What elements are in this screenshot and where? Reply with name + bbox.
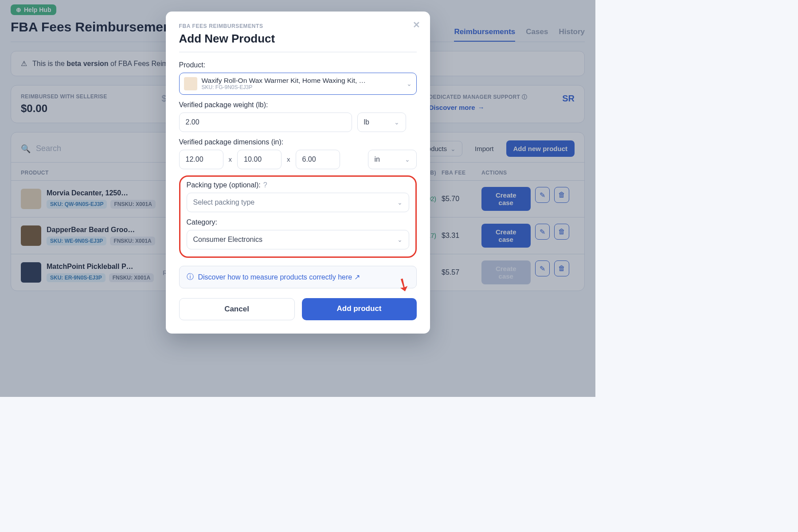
close-button[interactable]: ✕	[413, 19, 420, 30]
dim-width-input[interactable]: 10.00	[237, 150, 282, 169]
category-label: Category:	[187, 218, 409, 226]
chevron-down-icon: ⌄	[397, 236, 403, 243]
external-link-icon: ↗	[354, 273, 360, 281]
category-select[interactable]: Consumer Electronics ⌄	[187, 230, 409, 249]
selected-product-sku: SKU: FG-9N0S-EJ3P	[202, 85, 366, 91]
packing-label: Packing type (optional): ?	[187, 181, 409, 189]
category-value: Consumer Electronics	[193, 236, 263, 244]
weight-input[interactable]: 2.00	[179, 113, 352, 132]
selected-product-title: Waxify Roll-On Wax Warmer Kit, Home Waxi…	[202, 77, 366, 85]
chevron-down-icon: ⌄	[394, 119, 399, 126]
help-icon[interactable]: ?	[263, 181, 267, 189]
add-product-button[interactable]: Add product	[302, 298, 417, 320]
product-thumb-icon	[184, 77, 197, 90]
dim-length-input[interactable]: 12.00	[179, 150, 223, 169]
close-icon: ✕	[413, 20, 420, 30]
divider	[179, 52, 417, 52]
measure-guide-link[interactable]: Discover how to measure products correct…	[198, 273, 360, 281]
x-separator: x	[229, 155, 232, 163]
weight-unit-select[interactable]: lb⌄	[357, 113, 406, 132]
info-box: ⓘ Discover how to measure products corre…	[179, 266, 417, 288]
weight-label: Verified package weight (lb):	[179, 101, 417, 109]
add-product-modal: ✕ FBA FEES REIMBURSEMENTS Add New Produc…	[166, 12, 430, 334]
packing-type-select[interactable]: Select packing type ⌄	[187, 193, 409, 212]
modal-eyebrow: FBA FEES REIMBURSEMENTS	[179, 23, 417, 29]
product-label: Product:	[179, 61, 417, 69]
highlighted-section: Packing type (optional): ? Select packin…	[179, 175, 417, 258]
x-separator: x	[287, 155, 290, 163]
chevron-down-icon: ⌄	[407, 80, 412, 87]
chevron-down-icon: ⌄	[397, 199, 403, 206]
info-icon: ⓘ	[187, 272, 194, 282]
product-select[interactable]: Waxify Roll-On Wax Warmer Kit, Home Waxi…	[179, 73, 417, 95]
cancel-button[interactable]: Cancel	[179, 298, 295, 320]
dim-unit-select[interactable]: in⌄	[368, 150, 417, 169]
modal-title: Add New Product	[179, 32, 417, 46]
dim-height-input[interactable]: 6.00	[296, 150, 340, 169]
chevron-down-icon: ⌄	[405, 156, 410, 163]
dimensions-label: Verified package dimensions (in):	[179, 138, 417, 146]
packing-placeholder: Select packing type	[193, 198, 255, 206]
